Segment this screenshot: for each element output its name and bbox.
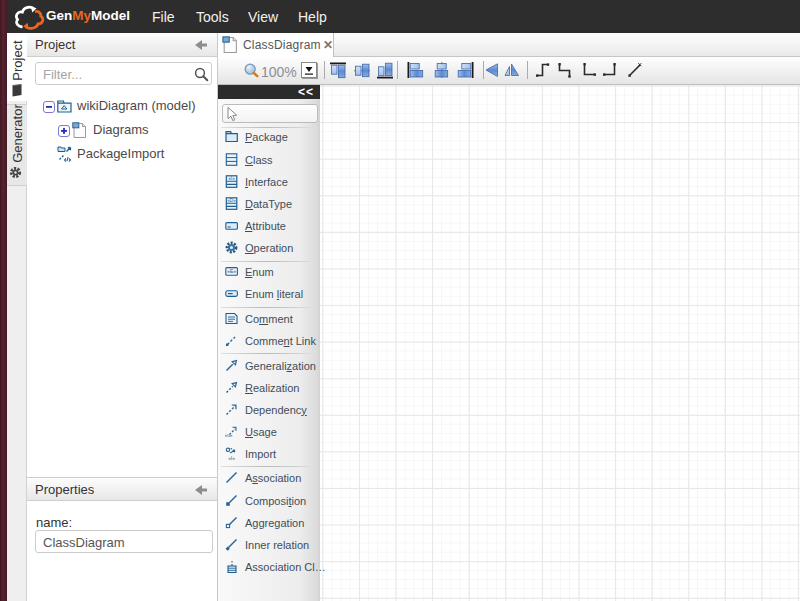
svg-text:«E»: «E» — [227, 268, 236, 274]
svg-text:«u»: «u» — [225, 433, 233, 438]
svg-text:«I»: «I» — [228, 455, 235, 459]
svg-text:«D»: «D» — [227, 198, 236, 203]
svg-text:«I»: «I» — [228, 176, 235, 181]
